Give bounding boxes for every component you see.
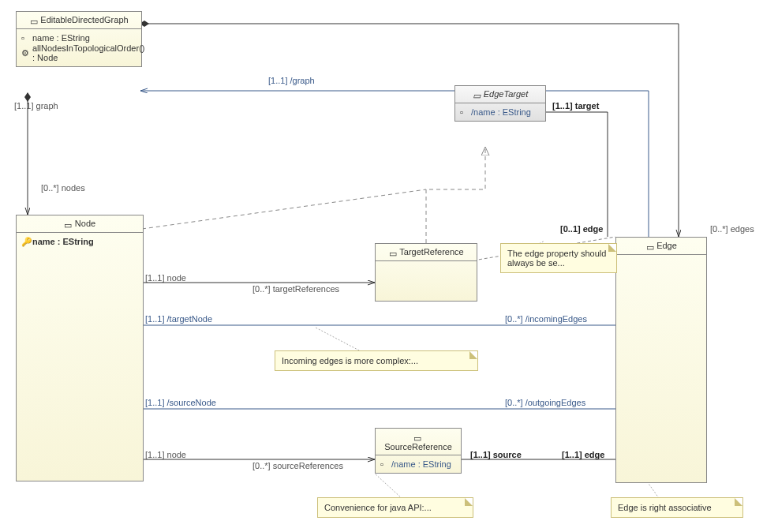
class-node[interactable]: ▭Node 🔑name : EString — [16, 215, 144, 481]
class-edge[interactable]: ▭Edge — [615, 237, 707, 483]
label-incoming-edges: [0..*] /incomingEdges — [505, 314, 587, 324]
operation-row: ⚙allNodesInTopologicalOrder() : Node — [21, 43, 137, 62]
attribute-row: ▫/name : EString — [380, 459, 456, 469]
key-icon: 🔑 — [21, 237, 30, 245]
class-icon: ▭ — [388, 249, 397, 257]
attribute-icon: ▫ — [460, 107, 469, 116]
class-title: ▭SourceReference — [376, 429, 461, 455]
operation-icon: ⚙ — [21, 48, 30, 57]
class-icon: ▭ — [413, 433, 421, 442]
label-edge-req: [1..1] edge — [562, 450, 604, 459]
label-source: [1..1] source — [470, 450, 522, 459]
label-edges: [0..*] edges — [710, 224, 754, 234]
note-convenience: Convenience for java API:... — [317, 497, 473, 518]
label-target: [1..1] target — [552, 101, 599, 111]
class-title: ▭Node — [17, 215, 143, 233]
attribute-row: ▫name : EString — [21, 33, 137, 43]
class-editable-directed-graph[interactable]: ▭EditableDirectedGraph ▫name : EString ⚙… — [16, 11, 142, 67]
class-title: ▭EditableDirectedGraph — [17, 12, 141, 29]
class-icon: ▭ — [64, 220, 73, 229]
class-source-reference[interactable]: ▭SourceReference ▫/name : EString — [375, 428, 462, 474]
label-graph: [1..1] graph — [14, 101, 58, 111]
note-incoming-edges: Incoming edges is more complex:... — [275, 350, 478, 371]
class-title: ▭TargetReference — [376, 244, 477, 261]
class-title: ▭Edge — [616, 238, 706, 255]
label-outgoing-edges: [0..*] /outgoingEdges — [505, 398, 585, 407]
label-edge-opt: [0..1] edge — [560, 224, 603, 234]
class-title: ▭EdgeTarget — [455, 86, 545, 103]
label-target-references: [0..*] targetReferences — [252, 284, 339, 294]
attribute-icon: ▫ — [21, 33, 30, 42]
class-icon: ▭ — [29, 17, 38, 25]
label-node-2: [1..1] node — [145, 450, 186, 459]
class-icon: ▭ — [645, 242, 654, 251]
label-source-node: [1..1] /sourceNode — [145, 398, 216, 407]
label-target-node: [1..1] /targetNode — [145, 314, 212, 324]
attribute-row: 🔑name : EString — [21, 237, 138, 246]
note-associative: Edge is right associative — [611, 497, 743, 518]
class-icon: ▭ — [473, 91, 481, 99]
note-edge-property: The edge property should always be se... — [500, 243, 617, 273]
class-target-reference[interactable]: ▭TargetReference — [375, 243, 477, 302]
attribute-row: ▫/name : EString — [460, 107, 540, 117]
attribute-icon: ▫ — [380, 459, 389, 468]
label-source-references: [0..*] sourceReferences — [252, 461, 343, 470]
label-node: [1..1] node — [145, 273, 186, 283]
class-edge-target[interactable]: ▭EdgeTarget ▫/name : EString — [454, 85, 546, 122]
svg-line-7 — [375, 474, 402, 499]
label-nodes: [0..*] nodes — [41, 183, 85, 193]
label-graph-derived: [1..1] /graph — [268, 76, 315, 85]
